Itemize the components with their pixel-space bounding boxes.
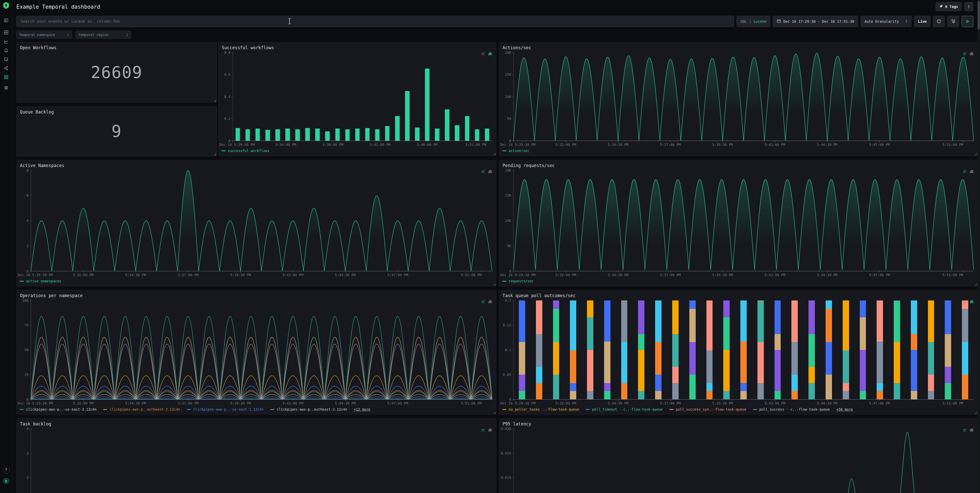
views-grid-icon[interactable]: [2, 28, 10, 36]
service-map-icon[interactable]: [2, 64, 10, 72]
panel-pending-requests: Pending requests/sec 20K15K10K5K0Dec 16 …: [499, 160, 978, 287]
resize-handle[interactable]: [493, 283, 495, 285]
svg-text:5:47:00 PM: 5:47:00 PM: [869, 273, 890, 277]
svg-text:Dec 16 5:29:30 PM: Dec 16 5:29:30 PM: [500, 401, 535, 405]
line-view-icon[interactable]: [963, 300, 967, 304]
resize-handle[interactable]: [975, 283, 977, 285]
line-view-icon[interactable]: [481, 170, 485, 174]
line-view-icon[interactable]: [963, 52, 967, 57]
svg-text:5:51:00 PM: 5:51:00 PM: [461, 273, 482, 277]
svg-text:0: 0: [228, 139, 231, 143]
svg-text:15K: 15K: [505, 193, 511, 197]
date-range-picker[interactable]: Dec 16 17:29:30 - Dec 16 17:51:30: [773, 16, 858, 27]
search-input[interactable]: [16, 16, 734, 27]
filter-temporal-region[interactable]: Temporal region: [76, 31, 131, 39]
granularity-select[interactable]: Auto Granularity: [861, 16, 912, 27]
filter-edit-button[interactable]: [947, 16, 959, 27]
legend-swatch: [20, 281, 24, 282]
metrics-chart-icon[interactable]: [2, 38, 10, 46]
line-view-icon[interactable]: [481, 52, 485, 57]
legend-item[interactable]: successful workflows: [221, 149, 269, 153]
collapse-sidebar-icon[interactable]: [2, 16, 10, 24]
alerts-bell-icon[interactable]: [2, 46, 10, 55]
app-logo[interactable]: [3, 2, 10, 10]
legend-item[interactable]: poll_success_syn..-flow-task-queue: [670, 407, 746, 411]
legend-item[interactable]: clickpipes-aws-p..outheast-2.12c4n: [103, 407, 180, 411]
legend-item[interactable]: active namespaces: [20, 279, 61, 283]
svg-text:Dec 16 5:29:30 PM: Dec 16 5:29:30 PM: [18, 273, 53, 277]
svg-text:5:32:00 PM: 5:32:00 PM: [73, 273, 94, 277]
legend-item[interactable]: poll_timeout · c..-flow-task-queue: [586, 407, 662, 411]
line-view-icon[interactable]: [481, 428, 485, 433]
bar-view-icon[interactable]: [969, 170, 974, 174]
chevron-updown-icon: [905, 19, 908, 24]
hosts-laptop-icon[interactable]: [2, 55, 10, 63]
line-view-icon[interactable]: [963, 428, 967, 433]
help-button[interactable]: ?: [3, 466, 10, 474]
bar-view-icon[interactable]: [488, 300, 492, 304]
user-avatar[interactable]: D: [3, 478, 10, 484]
legend-item[interactable]: poll_success · c..-flow-task-queue: [753, 407, 830, 411]
legend-item[interactable]: no_poller_tasks ..-flow-task-queue: [502, 407, 579, 411]
resize-handle[interactable]: [493, 153, 495, 155]
search-row: SQL | Lucene Dec 16 17:29:30 - Dec 16 17…: [16, 16, 974, 27]
bar-view-icon[interactable]: [488, 170, 492, 174]
operations-per-namespace-chart[interactable]: 1007550250Dec 16 5:29:30 PM5:32:00 PM5:3…: [17, 290, 496, 414]
pending-requests-chart[interactable]: 20K15K10K5K0Dec 16 5:29:30 PM5:32:00 PM5…: [499, 160, 978, 286]
legend-item[interactable]: clickpipes-aws-p..outheast-2.12c4n: [270, 407, 347, 411]
resize-handle[interactable]: [975, 153, 977, 155]
legend-item[interactable]: clickpipes-aws-p..-us-east-2.12c4n: [20, 407, 97, 411]
actions-per-sec-chart[interactable]: 200150100500Dec 16 5:29:30 PM5:32:00 PM5…: [499, 42, 978, 156]
bar-view-icon[interactable]: [969, 52, 974, 57]
legend-label: successful workflows: [228, 149, 269, 153]
svg-text:5:32:00 PM: 5:32:00 PM: [555, 143, 576, 147]
legend-more-link[interactable]: +12 more: [354, 407, 370, 411]
more-menu-button[interactable]: [964, 2, 974, 11]
svg-text:4: 4: [27, 427, 29, 431]
svg-text:0.019: 0.019: [501, 476, 511, 480]
chart-legend: action/sec: [502, 149, 529, 153]
panel-title: Queue Backlog: [20, 109, 54, 114]
scrollbar-thumb[interactable]: [978, 1, 980, 30]
bar-view-icon[interactable]: [969, 300, 974, 304]
query-language-sql[interactable]: SQL: [740, 19, 747, 24]
svg-text:5:44:30 PM: 5:44:30 PM: [817, 273, 838, 277]
query-language-lucene[interactable]: Lucene: [754, 19, 767, 24]
svg-text:0: 0: [27, 397, 29, 401]
bar-view-icon[interactable]: [488, 428, 492, 433]
filter-temporal-namespace[interactable]: Temporal namespace: [16, 31, 72, 39]
refresh-button[interactable]: [933, 16, 945, 27]
active-namespaces-chart[interactable]: 86420Dec 16 5:29:30 PM5:32:00 PM5:34:30 …: [17, 160, 496, 286]
legend-label: no_poller_tasks ..-flow-task-queue: [509, 407, 579, 411]
legend-swatch: [753, 409, 757, 410]
resize-handle[interactable]: [493, 412, 495, 414]
svg-text:Dec 16 5:29:30 PM: Dec 16 5:29:30 PM: [220, 143, 255, 147]
panel-p95-latency: P95 latency 0.0380.0290.0190.0100: [499, 418, 978, 493]
task-queue-poll-outcomes-chart[interactable]: 0.20.150.10.050Dec 16 5:29:30 PM5:32:00 …: [499, 290, 978, 414]
bar-view-icon[interactable]: [969, 428, 974, 433]
task-backlog-chart[interactable]: 43210: [17, 418, 496, 493]
resize-handle[interactable]: [214, 153, 216, 155]
query-language-toggle[interactable]: SQL | Lucene: [737, 16, 770, 27]
line-view-icon[interactable]: [481, 300, 485, 304]
line-view-icon[interactable]: [963, 170, 967, 174]
successful-workflows-chart[interactable]: 0.80.60.40.20Dec 16 5:29:30 PM5:34:00 PM…: [218, 42, 496, 156]
panel-title: Task backlog: [20, 421, 51, 426]
run-query-button[interactable]: [962, 16, 974, 27]
svg-text:5:47:00 PM: 5:47:00 PM: [387, 273, 408, 277]
svg-text:8: 8: [27, 168, 29, 173]
p95-latency-chart[interactable]: 0.0380.0290.0190.0100: [499, 418, 978, 493]
resize-handle[interactable]: [214, 100, 216, 102]
legend-item[interactable]: clickpipes-aws-p..-us-east-1.12c4n: [187, 407, 264, 411]
settings-gear-icon[interactable]: [2, 84, 10, 92]
date-range-label: Dec 16 17:29:30 - Dec 16 17:51:30: [783, 19, 854, 24]
legend-item[interactable]: action/sec: [502, 149, 529, 153]
legend-item[interactable]: requests/sec: [502, 279, 534, 283]
tags-button[interactable]: 0 Tags: [935, 2, 962, 11]
bar-view-icon[interactable]: [488, 52, 492, 57]
dashboards-icon[interactable]: [2, 73, 10, 81]
svg-text:5:34:30 PM: 5:34:30 PM: [125, 273, 146, 277]
live-button[interactable]: Live: [914, 16, 931, 27]
legend-more-link[interactable]: +56 more: [836, 407, 853, 411]
resize-handle[interactable]: [975, 412, 977, 414]
